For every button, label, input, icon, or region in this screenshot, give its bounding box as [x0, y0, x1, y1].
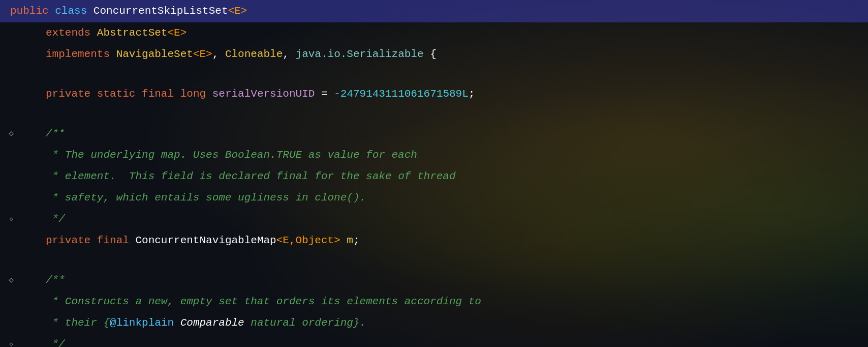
comment-line10: * safety, which entails some ugliness in… [46, 187, 366, 209]
comment-close-brace: }. [353, 312, 366, 334]
code-line-13-empty [0, 251, 868, 270]
type-params-map: <E,Object> [276, 230, 340, 251]
comment-open1: /** [46, 123, 65, 144]
keyword-static: static [97, 83, 142, 105]
comment-natural [244, 312, 251, 334]
keyword-long: long [180, 83, 212, 105]
code-line-11: ◇ */ [0, 209, 868, 230]
keyword-private2: private [46, 230, 97, 251]
type-param-e: <E> [167, 22, 187, 44]
comment-space [174, 312, 180, 334]
keyword-class: class [55, 0, 94, 22]
code-line-7: ◇ /** [0, 123, 868, 144]
code-line-2: extends AbstractSet<E> [0, 22, 868, 44]
equals: = [315, 83, 334, 105]
field-serialversionuid: serialVersionUID [212, 83, 315, 105]
type-param: <E> [228, 0, 247, 22]
semicolon2: ; [353, 230, 360, 251]
comment-open2: /** [46, 270, 65, 291]
code-editor: public class ConcurrentSkipListSet<E> ex… [0, 0, 868, 347]
keyword-extends: extends [46, 22, 97, 44]
comment-line15: * Constructs a new, empty set that order… [46, 291, 481, 312]
code-line-9: * element. This field is declared final … [0, 166, 868, 187]
code-line-3: implements NavigableSet<E>, Cloneable, j… [0, 44, 868, 65]
type-navigableset: NavigableSet [116, 44, 193, 65]
gutter-icon-7: ◇ [4, 123, 18, 144]
linkplain-tag: @linkplain [110, 312, 174, 334]
code-line-6-empty [0, 105, 868, 123]
comparable-text: Comparable [180, 312, 244, 334]
comment-close1: */ [46, 209, 65, 230]
gutter-icon-14: ◇ [4, 270, 18, 291]
var-m: m [347, 230, 353, 251]
class-name: ConcurrentSkipListSet [94, 0, 228, 22]
comment-thread: thread [411, 166, 455, 187]
code-line-17: ◇ */ [0, 334, 868, 347]
type-cloneable: Cloneable [225, 44, 283, 65]
keyword-public: public [10, 0, 55, 22]
type-concurrentnavigablemap: ConcurrentNavigableMap [135, 230, 276, 251]
gutter-icon-17: ◇ [4, 334, 18, 347]
comment-of: of [398, 166, 411, 187]
comma1: , [212, 44, 225, 65]
code-line-5: private static final long serialVersionU… [0, 83, 868, 105]
comment-line8: * The underlying map. Uses Boolean.TRUE … [46, 144, 417, 166]
space [340, 230, 347, 251]
code-line-10: * safety, which entails some ugliness in… [0, 187, 868, 209]
type-param-e2: <E> [193, 44, 212, 65]
semicolon1: ; [469, 83, 475, 105]
keyword-final: final [97, 230, 136, 251]
code-line-15: * Constructs a new, empty set that order… [0, 291, 868, 312]
code-line-8: * The underlying map. Uses Boolean.TRUE … [0, 144, 868, 166]
keyword-implements: implements [46, 44, 116, 65]
keyword-final: final [142, 83, 180, 105]
code-line-16: * their {@linkplain Comparable natural o… [0, 312, 868, 334]
comment-their: * their { [46, 312, 110, 334]
comment-line9: * element. This field is declared final … [46, 166, 398, 187]
gutter-icon-11: ◇ [4, 209, 18, 230]
brace-open: { [424, 44, 437, 65]
code-line-14: ◇ /** [0, 270, 868, 291]
natural-ordering: natural ordering [251, 312, 353, 334]
number-value: -2479143111061671589L [334, 83, 469, 105]
comment-close2: */ [46, 334, 65, 347]
code-line-12: private final ConcurrentNavigableMap<E,O… [0, 230, 868, 251]
type-abstractset: AbstractSet [97, 22, 168, 44]
code-container: public class ConcurrentSkipListSet<E> ex… [0, 0, 868, 347]
keyword-private: private [46, 83, 97, 105]
code-line-1: public class ConcurrentSkipListSet<E> [0, 0, 868, 22]
type-serializable: java.io.Serializable [296, 44, 424, 65]
code-line-4-empty [0, 65, 868, 83]
comma2: , [283, 44, 295, 65]
